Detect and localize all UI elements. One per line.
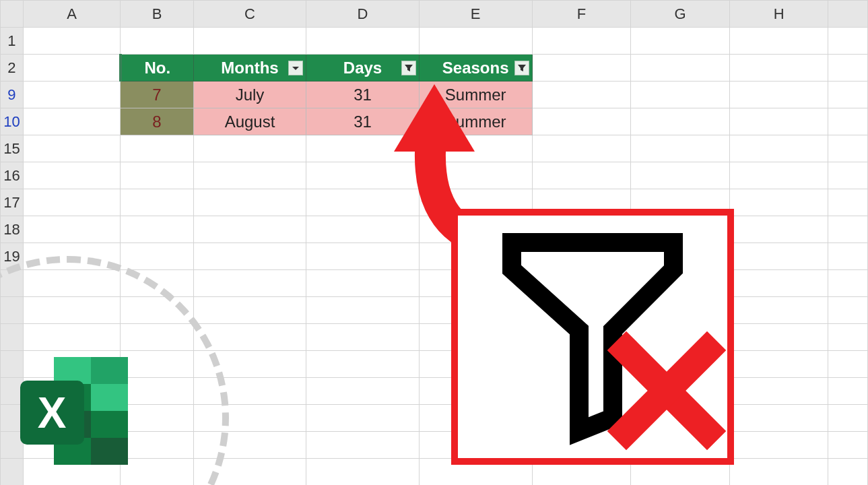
cell[interactable] [828,82,868,108]
cell[interactable] [193,162,306,189]
cell-no[interactable]: 7 [121,82,193,108]
cell[interactable] [121,243,193,270]
cell[interactable] [828,28,868,55]
cell[interactable] [828,297,868,324]
cell[interactable] [729,108,828,135]
cell[interactable] [729,297,828,324]
row-header[interactable]: 15 [1,135,24,162]
cell[interactable] [193,270,306,297]
cell[interactable] [631,135,730,162]
cell[interactable] [306,324,419,351]
cell[interactable] [729,135,828,162]
cell[interactable] [193,189,306,216]
cell[interactable] [828,55,868,82]
cell[interactable] [828,216,868,243]
cell[interactable] [828,432,868,459]
col-header-C[interactable]: C [193,1,306,28]
cell[interactable] [193,28,306,55]
col-header-H[interactable]: H [729,1,828,28]
cell[interactable] [729,28,828,55]
table-header-months[interactable]: Months [193,55,306,82]
cell[interactable] [193,243,306,270]
cell[interactable] [729,405,828,432]
cell[interactable] [828,378,868,405]
cell[interactable] [193,135,306,162]
cell[interactable] [729,378,828,405]
cell[interactable] [828,405,868,432]
cell[interactable] [729,459,828,486]
filter-active-icon[interactable] [514,61,529,75]
col-header-D[interactable]: D [306,1,419,28]
cell[interactable] [729,82,828,108]
cell[interactable] [23,162,121,189]
cell-no[interactable]: 8 [121,108,193,135]
cell[interactable] [729,55,828,82]
cell[interactable] [306,28,419,55]
filter-dropdown-icon[interactable] [288,61,303,75]
cell[interactable] [306,459,419,486]
cell[interactable] [121,189,193,216]
cell[interactable] [729,216,828,243]
cell[interactable] [729,270,828,297]
cell[interactable] [23,28,121,55]
cell[interactable] [729,351,828,378]
cell[interactable] [828,270,868,297]
cell[interactable] [631,162,730,189]
col-header-G[interactable]: G [631,1,730,28]
cell[interactable] [532,28,631,55]
table-header-no[interactable]: No. [121,55,193,82]
cell[interactable] [532,108,631,135]
cell[interactable] [631,28,730,55]
cell[interactable] [828,459,868,486]
row-header[interactable]: 16 [1,162,24,189]
row-header[interactable]: 18 [1,216,24,243]
cell[interactable] [631,82,730,108]
cell[interactable] [306,378,419,405]
cell-month[interactable]: August [193,108,306,135]
row-header[interactable]: 17 [1,189,24,216]
cell[interactable] [631,55,730,82]
cell[interactable] [532,55,631,82]
col-header-E[interactable]: E [419,1,532,28]
cell[interactable] [419,28,532,55]
cell[interactable] [306,432,419,459]
filter-active-icon[interactable] [401,61,416,75]
cell[interactable] [729,189,828,216]
cell[interactable] [23,135,121,162]
cell[interactable] [23,82,121,108]
cell[interactable] [306,297,419,324]
cell[interactable] [729,162,828,189]
cell[interactable] [23,189,121,216]
row-header[interactable]: 2 [1,55,24,82]
select-all-corner[interactable] [1,1,24,28]
cell[interactable] [306,243,419,270]
col-header-I[interactable] [828,1,868,28]
row-header[interactable]: 9 [1,82,24,108]
col-header-B[interactable]: B [121,1,193,28]
cell[interactable] [23,55,121,82]
cell[interactable] [121,162,193,189]
cell[interactable] [828,243,868,270]
cell[interactable] [828,108,868,135]
row-header[interactable]: 10 [1,108,24,135]
cell[interactable] [121,28,193,55]
cell[interactable] [729,324,828,351]
cell[interactable] [532,162,631,189]
cell[interactable] [631,108,730,135]
col-header-A[interactable]: A [23,1,121,28]
cell[interactable] [729,432,828,459]
cell[interactable] [532,82,631,108]
col-header-F[interactable]: F [532,1,631,28]
cell[interactable] [828,324,868,351]
cell[interactable] [532,135,631,162]
cell[interactable] [193,297,306,324]
cell[interactable] [306,270,419,297]
cell-month[interactable]: July [193,82,306,108]
cell[interactable] [306,351,419,378]
cell[interactable] [23,216,121,243]
row-header[interactable]: 1 [1,28,24,55]
cell[interactable] [121,216,193,243]
cell[interactable] [121,135,193,162]
cell[interactable] [729,243,828,270]
cell[interactable] [828,351,868,378]
